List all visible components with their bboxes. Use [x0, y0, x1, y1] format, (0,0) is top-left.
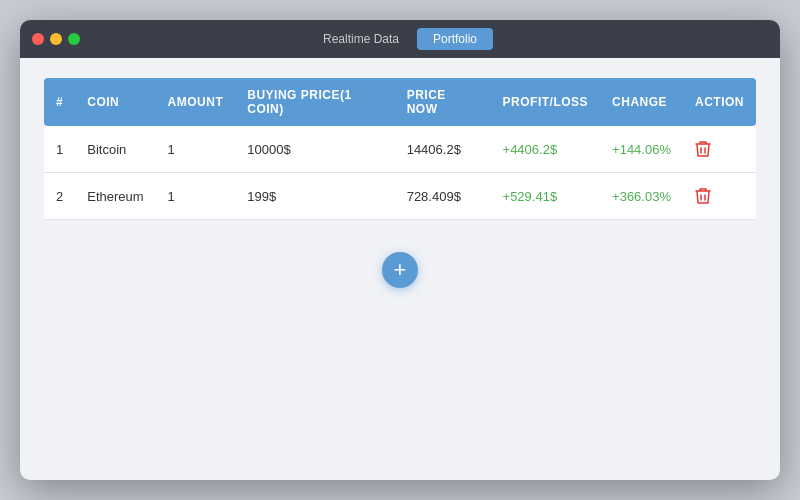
col-header-amount: AMOUNT: [156, 78, 236, 126]
col-header-coin: COIN: [75, 78, 155, 126]
tab-bar: Realtime Data Portfolio: [307, 28, 493, 50]
col-header-num: #: [44, 78, 75, 126]
cell-change: +366.03%: [600, 173, 683, 220]
cell-profit-loss: +529.41$: [491, 173, 601, 220]
minimize-button[interactable]: [50, 33, 62, 45]
cell-coin: Ethereum: [75, 173, 155, 220]
portfolio-table: # COIN AMOUNT BUYING PRICE(1 COIN) PRICE…: [44, 78, 756, 220]
maximize-button[interactable]: [68, 33, 80, 45]
cell-change: +144.06%: [600, 126, 683, 173]
titlebar: Realtime Data Portfolio: [20, 20, 780, 58]
tab-realtime-data[interactable]: Realtime Data: [307, 28, 415, 50]
col-header-action: ACTION: [683, 78, 756, 126]
table-row: 2Ethereum1199$728.409$+529.41$+366.03%: [44, 173, 756, 220]
app-window: Realtime Data Portfolio # COIN AMOUNT BU…: [20, 20, 780, 480]
cell-coin: Bitcoin: [75, 126, 155, 173]
cell-num: 2: [44, 173, 75, 220]
close-button[interactable]: [32, 33, 44, 45]
cell-buying-price: 199$: [235, 173, 394, 220]
cell-buying-price: 10000$: [235, 126, 394, 173]
main-content: # COIN AMOUNT BUYING PRICE(1 COIN) PRICE…: [20, 58, 780, 480]
cell-action: [683, 126, 756, 173]
table-row: 1Bitcoin110000$14406.2$+4406.2$+144.06%: [44, 126, 756, 173]
trash-icon: [695, 187, 711, 205]
traffic-lights: [32, 33, 80, 45]
trash-icon: [695, 140, 711, 158]
tab-portfolio[interactable]: Portfolio: [417, 28, 493, 50]
cell-amount: 1: [156, 126, 236, 173]
add-coin-button[interactable]: +: [382, 252, 418, 288]
col-header-change: CHANGE: [600, 78, 683, 126]
delete-row-button[interactable]: [695, 187, 711, 205]
col-header-price-now: PRICE NOW: [395, 78, 491, 126]
cell-price-now: 14406.2$: [395, 126, 491, 173]
table-header-row: # COIN AMOUNT BUYING PRICE(1 COIN) PRICE…: [44, 78, 756, 126]
cell-profit-loss: +4406.2$: [491, 126, 601, 173]
cell-action: [683, 173, 756, 220]
cell-price-now: 728.409$: [395, 173, 491, 220]
col-header-buying-price: BUYING PRICE(1 COIN): [235, 78, 394, 126]
cell-num: 1: [44, 126, 75, 173]
delete-row-button[interactable]: [695, 140, 711, 158]
cell-amount: 1: [156, 173, 236, 220]
col-header-profit-loss: PROFIT/LOSS: [491, 78, 601, 126]
